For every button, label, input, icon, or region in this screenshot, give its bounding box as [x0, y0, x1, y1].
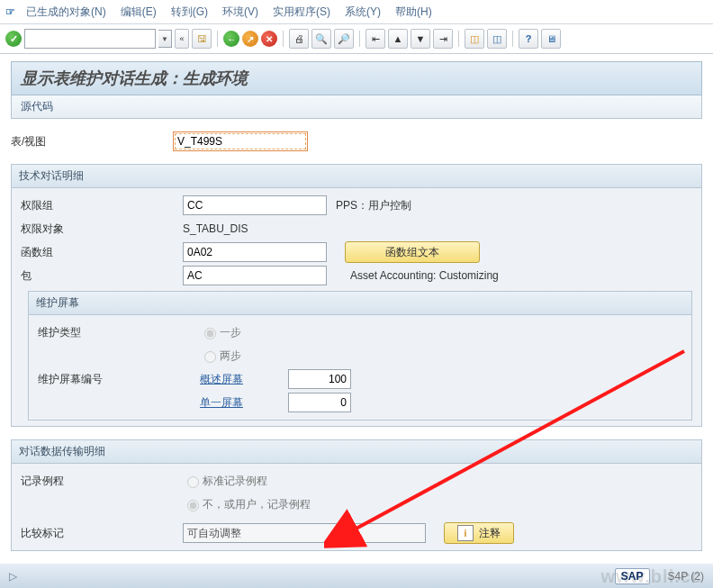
menu-env[interactable]: 环境(V) — [215, 5, 266, 20]
table-view-label: 表/视图 — [11, 134, 173, 149]
maint-type-one-radio — [204, 328, 216, 339]
menu-util[interactable]: 实用程序(S) — [266, 5, 338, 20]
overview-screen-link[interactable]: 概述屏幕 — [200, 372, 263, 387]
dialog-data-group: 对话数据传输明细 记录例程 标准记录例程 不，或用户，记录例程 比较标记 — [11, 439, 702, 551]
find-next-icon[interactable]: 🔎 — [334, 29, 354, 49]
maint-type-two-radio — [204, 351, 216, 363]
cancel-icon[interactable]: ✕ — [261, 31, 277, 47]
maint-type-two-label: 两步 — [220, 348, 241, 364]
func-group-label: 函数组 — [21, 245, 183, 260]
auth-group-label: 权限组 — [21, 198, 183, 213]
enter-icon[interactable]: ✓ — [5, 31, 22, 47]
separator — [217, 31, 218, 47]
compare-flag-label: 比较标记 — [21, 526, 183, 541]
menu-goto[interactable]: 转到(G) — [164, 5, 215, 20]
auth-obj-value: S_TABU_DIS — [183, 222, 248, 235]
table-view-input[interactable] — [173, 131, 308, 151]
help-icon[interactable]: ? — [519, 29, 538, 49]
func-group-text-button[interactable]: 函数组文本 — [345, 241, 480, 263]
toolbar: ✓ ▼ « 🖫 ← ↗ ✕ 🖨 🔍 🔎 ⇤ ▲ ▼ ⇥ ◫ ◫ ? 🖥 — [0, 24, 713, 54]
save-icon[interactable]: 🖫 — [192, 29, 212, 49]
separator — [359, 31, 360, 47]
print-icon[interactable]: 🖨 — [289, 29, 309, 49]
maint-screen-header: 维护屏幕 — [29, 292, 691, 315]
next-page-icon[interactable]: ▼ — [411, 29, 430, 49]
menu-sys[interactable]: 系统(Y) — [338, 5, 388, 20]
note-button-label: 注释 — [479, 526, 501, 541]
separator — [458, 31, 459, 47]
record-std-radio — [187, 476, 199, 488]
package-label: 包 — [21, 268, 183, 284]
status-bar: ▷ SAP S4P (2) www.bli.cc — [0, 564, 713, 588]
separator — [283, 31, 284, 47]
command-dropdown[interactable]: ▼ — [158, 30, 172, 48]
sap-logo: SAP — [615, 568, 650, 584]
record-std-label: 标准记录例程 — [203, 474, 267, 489]
overview-screen-input[interactable] — [288, 369, 351, 389]
dialog-data-header: 对话数据传输明细 — [12, 440, 701, 464]
info-icon: i — [457, 525, 474, 541]
maint-type-one-label: 一步 — [220, 325, 241, 340]
menu-help[interactable]: 帮助(H) — [388, 5, 439, 20]
first-page-icon[interactable]: ⇤ — [366, 29, 385, 49]
create-shortcut-icon[interactable]: ◫ — [487, 29, 507, 49]
compare-flag-input — [183, 523, 426, 543]
back-icon[interactable]: ← — [223, 31, 239, 47]
layout-icon[interactable]: 🖥 — [541, 29, 561, 49]
tech-group: 技术对话明细 权限组 PPS：用户控制 权限对象 S_TABU_DIS 函数组 … — [11, 164, 702, 427]
history-dropdown[interactable]: « — [175, 29, 189, 49]
table-view-row: 表/视图 — [11, 131, 702, 151]
new-session-icon[interactable]: ◫ — [465, 29, 484, 49]
maint-type-label: 维护类型 — [38, 325, 200, 340]
status-triangle-icon[interactable]: ▷ — [9, 570, 17, 583]
session-indicator: S4P (2) — [668, 570, 704, 583]
prev-page-icon[interactable]: ▲ — [388, 29, 408, 49]
maint-num-label: 维护屏幕编号 — [38, 372, 200, 387]
menu-edit[interactable]: 编辑(E) — [113, 5, 164, 20]
menu-generated[interactable]: 已生成的对象(N) — [19, 5, 113, 20]
package-desc: Asset Accounting: Customizing — [350, 269, 499, 282]
menu-bar: ☞ 已生成的对象(N) 编辑(E) 转到(G) 环境(V) 实用程序(S) 系统… — [0, 0, 713, 24]
auth-group-desc: PPS：用户控制 — [336, 198, 411, 213]
note-button[interactable]: i 注释 — [444, 522, 514, 544]
exit-icon[interactable]: ☞ — [5, 5, 15, 18]
record-routine-label: 记录例程 — [21, 474, 183, 489]
auth-group-input[interactable] — [183, 195, 327, 215]
func-group-input[interactable] — [183, 242, 327, 262]
command-field[interactable] — [24, 29, 156, 49]
record-user-radio — [187, 500, 199, 511]
single-screen-input[interactable] — [288, 393, 351, 412]
last-page-icon[interactable]: ⇥ — [433, 29, 453, 49]
page-title: 显示表维护对话生成：生成环境 — [11, 61, 702, 95]
separator — [512, 31, 513, 47]
find-icon[interactable]: 🔍 — [311, 29, 331, 49]
maint-screen-group: 维护屏幕 维护类型 一步 两步 — [28, 291, 692, 421]
auth-obj-label: 权限对象 — [21, 222, 183, 237]
exit-screen-icon[interactable]: ↗ — [242, 31, 258, 47]
record-user-label: 不，或用户，记录例程 — [203, 497, 311, 512]
source-code-tab[interactable]: 源代码 — [11, 95, 702, 119]
single-screen-link[interactable]: 单一屏幕 — [200, 395, 263, 411]
tech-group-header: 技术对话明细 — [12, 165, 701, 188]
package-input[interactable] — [183, 266, 327, 285]
